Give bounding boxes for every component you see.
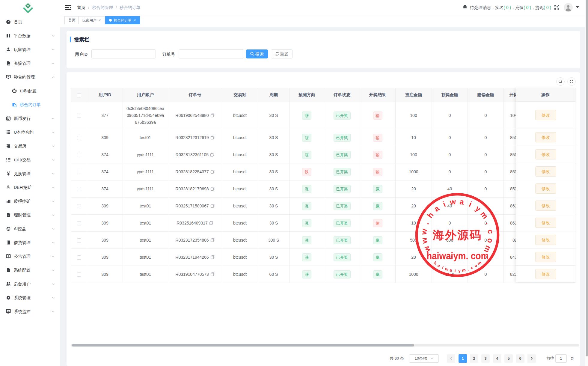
svg-text:haiwaiym. com: haiwaiym. com <box>427 250 489 261</box>
svg-text:w: w <box>449 197 456 207</box>
svg-text:a: a <box>437 263 441 268</box>
svg-text:i: i <box>468 200 473 209</box>
svg-text:a: a <box>449 268 453 273</box>
svg-text:a: a <box>432 204 441 213</box>
svg-text:i: i <box>441 265 444 270</box>
svg-text:h: h <box>426 211 435 219</box>
svg-text:y: y <box>458 268 461 273</box>
svg-text:w: w <box>444 266 449 272</box>
svg-text:a: a <box>459 197 465 206</box>
svg-text:.: . <box>467 266 469 271</box>
svg-text:.: . <box>484 221 493 226</box>
svg-text:w: w <box>420 228 429 235</box>
svg-text:w: w <box>420 237 429 245</box>
svg-text:m: m <box>462 267 466 273</box>
svg-text:c: c <box>470 265 474 270</box>
svg-text:.: . <box>422 221 430 226</box>
svg-text:海外源码: 海外源码 <box>432 229 482 241</box>
svg-text:m: m <box>479 210 490 220</box>
svg-text:i: i <box>442 200 447 209</box>
svg-text:o: o <box>486 238 495 244</box>
svg-text:i: i <box>454 268 456 273</box>
svg-text:y: y <box>474 204 483 213</box>
svg-text:c: c <box>486 229 495 234</box>
